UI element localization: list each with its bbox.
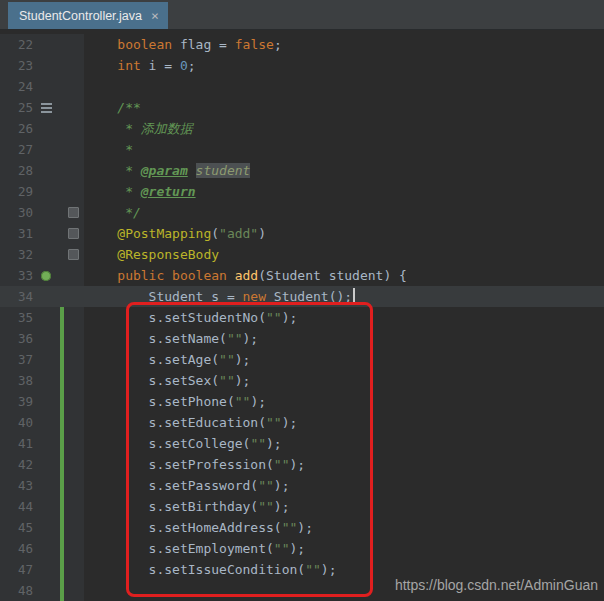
doc-lines-icon[interactable] bbox=[41, 103, 52, 113]
line-number[interactable]: 34 bbox=[0, 286, 33, 307]
code-text: s.setPassword(""); bbox=[84, 475, 290, 496]
token bbox=[86, 247, 117, 262]
line-number[interactable]: 30 bbox=[0, 202, 33, 223]
code-line[interactable]: 40 s.setEducation(""); bbox=[0, 412, 604, 433]
line-number[interactable]: 28 bbox=[0, 160, 33, 181]
line-number[interactable]: 37 bbox=[0, 349, 33, 370]
vcs-change-bar[interactable] bbox=[60, 412, 64, 433]
fold-slot bbox=[64, 249, 83, 260]
token: Student(); bbox=[266, 289, 352, 304]
vcs-change-bar[interactable] bbox=[60, 454, 64, 475]
line-number[interactable]: 33 bbox=[0, 265, 33, 286]
code-line[interactable]: 29 * @return bbox=[0, 181, 604, 202]
code-line[interactable]: 22 boolean flag = false; bbox=[0, 34, 604, 55]
line-number[interactable]: 32 bbox=[0, 244, 33, 265]
code-line[interactable]: 39 s.setPhone(""); bbox=[0, 391, 604, 412]
caret bbox=[353, 288, 355, 303]
vcs-change-bar[interactable] bbox=[60, 517, 64, 538]
editor-tab-bar: StudentController.java × bbox=[0, 0, 604, 30]
vcs-change-bar[interactable] bbox=[60, 475, 64, 496]
line-number[interactable]: 39 bbox=[0, 391, 33, 412]
line-number[interactable]: 44 bbox=[0, 496, 33, 517]
line-number[interactable]: 31 bbox=[0, 223, 33, 244]
line-number[interactable]: 27 bbox=[0, 139, 33, 160]
vcs-change-bar bbox=[60, 34, 64, 55]
token: ); bbox=[235, 373, 251, 388]
code-line[interactable]: 23 int i = 0; bbox=[0, 55, 604, 76]
vcs-change-bar[interactable] bbox=[60, 307, 64, 328]
token: "" bbox=[235, 394, 251, 409]
code-line[interactable]: 36 s.setName(""); bbox=[0, 328, 604, 349]
vcs-change-bar[interactable] bbox=[60, 496, 64, 517]
code-line[interactable]: 31 @PostMapping("add") bbox=[0, 223, 604, 244]
code-line[interactable]: 26 * 添加数据 bbox=[0, 118, 604, 139]
code-line[interactable]: 28 * @param student bbox=[0, 160, 604, 181]
line-number[interactable]: 46 bbox=[0, 538, 33, 559]
line-number[interactable]: 43 bbox=[0, 475, 33, 496]
token bbox=[86, 37, 117, 52]
code-line[interactable]: 41 s.setCollege(""); bbox=[0, 433, 604, 454]
vcs-change-bar[interactable] bbox=[60, 559, 64, 580]
editor-tab[interactable]: StudentController.java × bbox=[8, 2, 168, 29]
token: @return bbox=[141, 184, 196, 199]
vcs-change-bar[interactable] bbox=[60, 538, 64, 559]
vcs-change-bar bbox=[60, 118, 64, 139]
tab-close-icon[interactable]: × bbox=[151, 9, 159, 22]
token: ); bbox=[266, 436, 282, 451]
code-line[interactable]: 32 @ResponseBody bbox=[0, 244, 604, 265]
line-number[interactable]: 38 bbox=[0, 370, 33, 391]
code-text: s.setHomeAddress(""); bbox=[84, 517, 313, 538]
fold-marker[interactable] bbox=[68, 249, 79, 260]
gutter: 35 bbox=[0, 307, 84, 328]
watermark-text: https://blog.csdn.net/AdminGuan bbox=[395, 577, 598, 593]
code-line[interactable]: 42 s.setProfession(""); bbox=[0, 454, 604, 475]
vcs-change-bar[interactable] bbox=[60, 349, 64, 370]
line-number[interactable]: 40 bbox=[0, 412, 33, 433]
code-line[interactable]: 43 s.setPassword(""); bbox=[0, 475, 604, 496]
code-text: boolean flag = false; bbox=[84, 34, 282, 55]
line-number[interactable]: 41 bbox=[0, 433, 33, 454]
line-number[interactable]: 22 bbox=[0, 34, 33, 55]
token: s.setStudentNo( bbox=[86, 310, 266, 325]
code-line[interactable]: 34 Student s = new Student(); bbox=[0, 286, 604, 307]
vcs-change-bar[interactable] bbox=[60, 391, 64, 412]
code-text: s.setIssueCondition(""); bbox=[84, 559, 336, 580]
line-number[interactable]: 25 bbox=[0, 97, 33, 118]
code-line[interactable]: 27 * bbox=[0, 139, 604, 160]
vcs-change-bar[interactable] bbox=[60, 433, 64, 454]
line-number[interactable]: 36 bbox=[0, 328, 33, 349]
spring-mapping-icon[interactable] bbox=[41, 271, 51, 281]
code-line[interactable]: 33 public boolean add(Student student) { bbox=[0, 265, 604, 286]
fold-marker[interactable] bbox=[68, 228, 79, 239]
code-line[interactable]: 45 s.setHomeAddress(""); bbox=[0, 517, 604, 538]
line-number[interactable]: 23 bbox=[0, 55, 33, 76]
line-number[interactable]: 24 bbox=[0, 76, 33, 97]
line-number[interactable]: 26 bbox=[0, 118, 33, 139]
vcs-change-bar[interactable] bbox=[60, 580, 64, 601]
gutter: 43 bbox=[0, 475, 84, 496]
code-line[interactable]: 37 s.setAge(""); bbox=[0, 349, 604, 370]
code-line[interactable]: 44 s.setBirthday(""); bbox=[0, 496, 604, 517]
token: ); bbox=[290, 457, 306, 472]
token: "" bbox=[250, 436, 266, 451]
gutter: 29 bbox=[0, 181, 84, 202]
gutter: 38 bbox=[0, 370, 84, 391]
line-number[interactable]: 29 bbox=[0, 181, 33, 202]
token: * bbox=[86, 163, 141, 178]
code-line[interactable]: 38 s.setSex(""); bbox=[0, 370, 604, 391]
line-number[interactable]: 48 bbox=[0, 580, 33, 601]
line-number[interactable]: 47 bbox=[0, 559, 33, 580]
code-line[interactable]: 35 s.setStudentNo(""); bbox=[0, 307, 604, 328]
line-number[interactable]: 35 bbox=[0, 307, 33, 328]
vcs-change-bar bbox=[60, 76, 64, 97]
vcs-change-bar[interactable] bbox=[60, 370, 64, 391]
code-line[interactable]: 46 s.setEmployment(""); bbox=[0, 538, 604, 559]
line-number[interactable]: 42 bbox=[0, 454, 33, 475]
line-number[interactable]: 45 bbox=[0, 517, 33, 538]
fold-marker[interactable] bbox=[68, 207, 79, 218]
code-line[interactable]: 30 */ bbox=[0, 202, 604, 223]
token: ); bbox=[282, 415, 298, 430]
vcs-change-bar[interactable] bbox=[60, 328, 64, 349]
code-line[interactable]: 25 /** bbox=[0, 97, 604, 118]
code-line[interactable]: 24 bbox=[0, 76, 604, 97]
